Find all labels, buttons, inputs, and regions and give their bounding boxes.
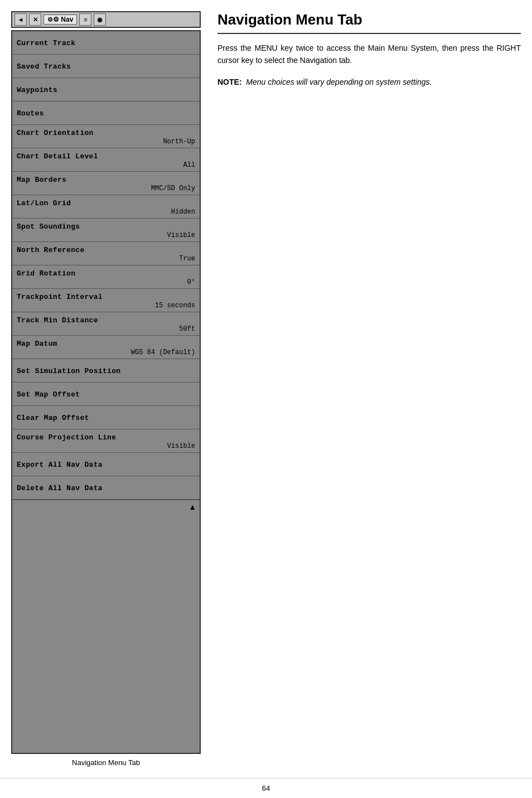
menu-item-label: Chart Detail Level (17, 152, 195, 161)
note-text: NOTE: Menu choices will vary depending o… (217, 76, 521, 88)
menu-item-value: All (17, 161, 195, 169)
menu-item-value: North-Up (17, 138, 195, 146)
menu-item[interactable]: Chart OrientationNorth-Up (12, 125, 200, 148)
menu-icon[interactable]: ≡ (79, 13, 91, 26)
menu-item-label: Export All Nav Data (17, 461, 195, 469)
menu-item[interactable]: Spot SoundingsVisible (12, 219, 200, 242)
left-panel: ◄ ✕ ⚙ ⚙ Nav ≡ ◉ Current TrackSaved Track… (11, 11, 201, 767)
panel-caption: Navigation Menu Tab (11, 758, 201, 767)
description-text: Press the MENU key twice to access the M… (217, 42, 521, 67)
menu-item-label: Course Projection Line (17, 433, 195, 442)
right-panel: Navigation Menu Tab Press the MENU key t… (212, 11, 521, 767)
menu-item[interactable]: Chart Detail LevelAll (12, 148, 200, 172)
menu-item-value: Hidden (17, 208, 195, 216)
gear-icon: ⚙ (47, 16, 53, 23)
menu-item-label: Spot Soundings (17, 223, 195, 231)
menu-item-value: 15 seconds (17, 302, 195, 309)
menu-item-value: Visible (17, 442, 195, 450)
menu-list: Current TrackSaved TracksWaypointsRoutes… (11, 30, 201, 754)
menu-item[interactable]: Map BordersMMC/SD Only (12, 172, 200, 195)
map-icon[interactable]: ◉ (94, 13, 106, 26)
nav-label: ⚙ Nav (53, 16, 73, 23)
menu-item[interactable]: Map DatumWGS 84 (Default) (12, 336, 200, 359)
menu-item-label: Saved Tracks (17, 62, 195, 71)
menu-item-label: Set Simulation Position (17, 367, 195, 375)
menu-item[interactable]: Grid Rotation0° (12, 265, 200, 289)
menu-item-value: Visible (17, 231, 195, 239)
menu-item-label: Current Track (17, 39, 195, 47)
menu-item[interactable]: Lat/Lon GridHidden (12, 195, 200, 219)
page-footer: 64 (0, 778, 532, 798)
menu-item-label: Waypoints (17, 86, 195, 94)
menu-item-value: 0° (17, 278, 195, 286)
menu-item-value: MMC/SD Only (17, 185, 195, 192)
menu-item-label: Delete All Nav Data (17, 484, 195, 492)
page-title: Navigation Menu Tab (217, 11, 521, 34)
note-label: NOTE: (217, 78, 242, 86)
menu-item[interactable]: Routes (12, 101, 200, 125)
menu-item[interactable]: Set Simulation Position (12, 359, 200, 383)
nav-tab[interactable]: ⚙ ⚙ Nav (43, 14, 77, 25)
menu-item-label: Map Borders (17, 176, 195, 184)
menu-item-label: Routes (17, 109, 195, 118)
menu-item[interactable]: Track Min Distance50ft (12, 312, 200, 336)
menu-item-label: Lat/Lon Grid (17, 199, 195, 207)
close-icon[interactable]: ✕ (29, 13, 41, 26)
menu-item[interactable]: Trackpoint Interval15 seconds (12, 289, 200, 312)
menu-item[interactable]: Saved Tracks (12, 55, 200, 78)
menu-item-value: 50ft (17, 325, 195, 333)
menu-item[interactable]: Current Track (12, 31, 200, 55)
menu-item-label: Track Min Distance (17, 316, 195, 325)
menu-item-label: North Reference (17, 246, 195, 254)
menu-item[interactable]: North ReferenceTrue (12, 242, 200, 265)
menu-item[interactable]: Course Projection LineVisible (12, 429, 200, 453)
menu-item-value: True (17, 255, 195, 263)
menu-item-label: Grid Rotation (17, 269, 195, 278)
menu-item-label: Chart Orientation (17, 129, 195, 137)
menu-item-label: Clear Map Offset (17, 414, 195, 422)
menu-item-label: Set Map Offset (17, 390, 195, 399)
note-body: Menu choices will vary depending on syst… (246, 78, 432, 86)
menu-item[interactable]: Set Map Offset (12, 383, 200, 406)
back-icon[interactable]: ◄ (14, 13, 27, 26)
menu-item-label: Trackpoint Interval (17, 293, 195, 301)
menu-item[interactable]: Waypoints (12, 78, 200, 101)
menu-item[interactable]: Delete All Nav Data (12, 476, 200, 500)
menu-item-label: Map Datum (17, 340, 195, 348)
toolbar: ◄ ✕ ⚙ ⚙ Nav ≡ ◉ (11, 11, 201, 28)
menu-item-value: WGS 84 (Default) (17, 349, 195, 356)
scroll-up-indicator[interactable]: ▲ (12, 500, 200, 514)
menu-item[interactable]: Export All Nav Data (12, 453, 200, 476)
page-number: 64 (262, 784, 270, 792)
menu-item[interactable]: Clear Map Offset (12, 406, 200, 429)
